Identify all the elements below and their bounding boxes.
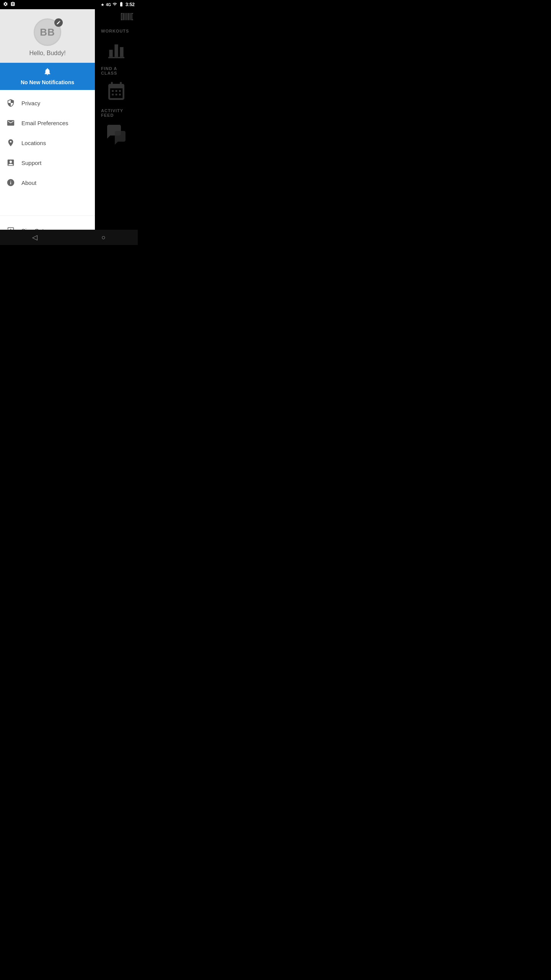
menu-item-locations[interactable]: Locations <box>0 133 95 153</box>
avatar-container: BB <box>34 18 61 46</box>
main-content: WORKOUTS FIND A CLASS ACTIVITY FEED <box>95 9 138 245</box>
avatar-initials: BB <box>40 26 55 38</box>
status-bar-right: ★ 4G 3:52 <box>101 2 135 8</box>
email-icon <box>6 118 15 127</box>
navigation-drawer: BB Hello, Buddy! No New Notifications <box>0 9 95 245</box>
time-display: 3:52 <box>126 2 135 7</box>
status-bar: ★ 4G 3:52 <box>0 0 138 9</box>
menu-item-about[interactable]: About <box>0 173 95 193</box>
back-button[interactable]: ◁ <box>32 233 37 242</box>
signal-icon <box>112 2 117 7</box>
email-preferences-label: Email Preferences <box>21 120 68 126</box>
notification-banner[interactable]: No New Notifications <box>0 63 95 90</box>
support-icon <box>6 158 15 167</box>
privacy-label: Privacy <box>21 100 40 106</box>
navigation-bar: ◁ ○ <box>0 230 138 245</box>
menu-item-support[interactable]: Support <box>0 153 95 173</box>
about-label: About <box>21 180 36 186</box>
locations-label: Locations <box>21 140 46 146</box>
status-bar-left <box>3 2 15 8</box>
home-button[interactable]: ○ <box>101 234 106 242</box>
clipboard-icon <box>10 2 15 8</box>
battery-icon <box>119 2 124 8</box>
shield-icon <box>6 98 15 108</box>
menu-item-email-preferences[interactable]: Email Preferences <box>0 113 95 133</box>
4g-label: 4G <box>106 3 111 7</box>
bluetooth-icon: ★ <box>101 2 104 7</box>
info-icon <box>6 178 15 187</box>
location-icon <box>6 138 15 147</box>
bell-icon <box>43 67 52 78</box>
notification-text: No New Notifications <box>21 79 74 85</box>
settings-icon <box>3 2 8 8</box>
user-greeting: Hello, Buddy! <box>29 50 65 57</box>
menu-list: Privacy Email Preferences Locations <box>0 90 95 216</box>
profile-header: BB Hello, Buddy! <box>0 9 95 63</box>
edit-avatar-button[interactable] <box>54 18 63 27</box>
support-label: Support <box>21 160 42 166</box>
drawer-overlay[interactable] <box>95 9 138 245</box>
main-container: BB Hello, Buddy! No New Notifications <box>0 9 138 245</box>
menu-item-privacy[interactable]: Privacy <box>0 93 95 113</box>
